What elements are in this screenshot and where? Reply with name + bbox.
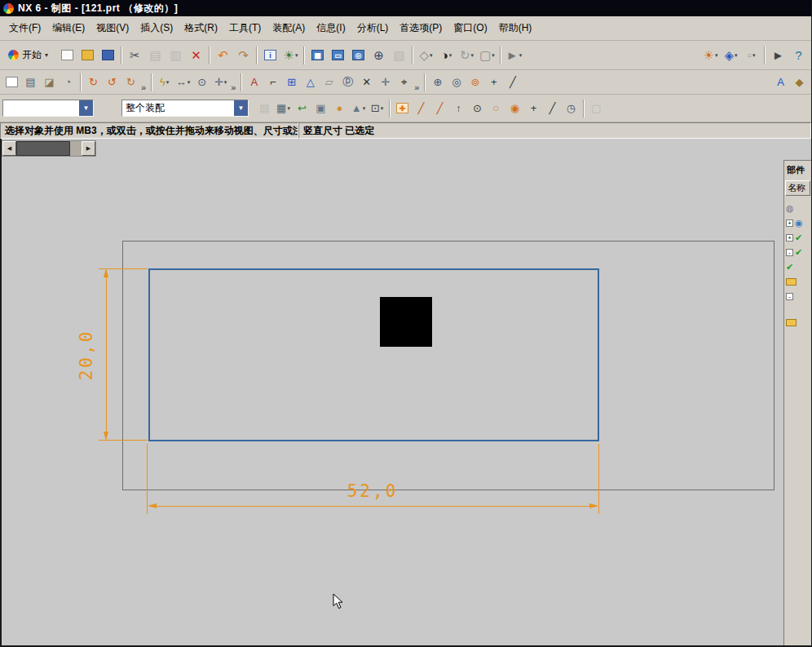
toolbar-overflow-button[interactable]: »: [140, 82, 148, 94]
ordinate-dimension-icon-dropdown[interactable]: ▾: [224, 79, 227, 86]
paste-icon[interactable]: ▥: [165, 45, 186, 65]
tree-item-view-1[interactable]: +✔: [784, 230, 811, 245]
filled-black-square[interactable]: [380, 297, 432, 347]
solid-body-icon[interactable]: ▣: [311, 99, 330, 117]
leader-icon[interactable]: ⌐: [263, 73, 282, 91]
point-on-surface-icon[interactable]: ◷: [562, 99, 580, 117]
part-outline-rectangle[interactable]: [148, 268, 599, 441]
arc-center-icon[interactable]: ○: [487, 99, 505, 117]
intersection-symbol-icon[interactable]: +: [484, 73, 503, 91]
vertical-dimension-value[interactable]: 20,0: [77, 330, 96, 381]
navigator-icon-dropdown[interactable]: ▾: [735, 52, 738, 59]
save-icon[interactable]: [98, 45, 118, 65]
delete-annotation-icon[interactable]: ✕: [357, 73, 376, 91]
cone-body-icon[interactable]: ▲▾: [349, 99, 368, 117]
rectangle-select-icon-dropdown[interactable]: ▾: [381, 105, 384, 112]
display-mode-icon[interactable]: ◑▾: [436, 45, 457, 65]
rotate-view-icon-dropdown[interactable]: ▾: [471, 52, 474, 59]
toolbar-overflow-button[interactable]: »: [230, 82, 238, 94]
hatch-icon[interactable]: ╱: [503, 73, 522, 91]
point-on-curve-icon[interactable]: ╱: [543, 99, 562, 117]
cut-icon[interactable]: ✂: [125, 45, 145, 65]
detail-magnify-icon[interactable]: ⊙: [192, 73, 211, 91]
info-window-icon[interactable]: i: [260, 45, 280, 65]
magnifier-icon[interactable]: ⊕: [368, 45, 389, 65]
center-mark-icon[interactable]: ⊕: [428, 73, 447, 91]
orient-view-icon[interactable]: ▢▾: [477, 45, 497, 65]
shaded-display-icon[interactable]: ◇▾: [416, 45, 436, 65]
find-annotation-icon[interactable]: ⓟ: [338, 73, 357, 91]
sphere-body-icon[interactable]: ●: [330, 99, 349, 117]
tree-column-header-name[interactable]: 名称: [785, 180, 810, 196]
datum-feature-icon[interactable]: △: [301, 73, 320, 91]
dimension-icon[interactable]: ↔▾: [174, 73, 192, 91]
note-text-icon[interactable]: A: [245, 73, 263, 91]
projected-view-icon[interactable]: ◪: [40, 73, 59, 91]
menu-file[interactable]: 文件(F): [3, 18, 46, 38]
fit-view-icon[interactable]: ▦: [307, 45, 328, 65]
start-button[interactable]: 开始 ▾: [2, 46, 54, 64]
quadrant-point-icon[interactable]: ◉: [505, 99, 524, 117]
rapid-dimension-icon-dropdown[interactable]: ▾: [166, 79, 170, 86]
tree-item-view-2[interactable]: -✔: [784, 245, 811, 259]
menu-tools[interactable]: 工具(T): [223, 18, 267, 38]
selection-scope-combo[interactable]: 整个装配 ▼: [121, 100, 249, 117]
new-sheet-icon[interactable]: [2, 73, 21, 91]
rectangle-select-icon[interactable]: ⊡▾: [368, 99, 386, 117]
menu-insert[interactable]: 插入(S): [135, 18, 179, 38]
zoom-in-out-icon[interactable]: ◎: [348, 45, 368, 65]
tab-part-navigator[interactable]: 部件: [784, 161, 811, 179]
scroll-right-button[interactable]: ▶: [82, 141, 95, 156]
pointer-tool-icon[interactable]: ►: [768, 45, 788, 65]
intersection-point-icon[interactable]: ⊙: [468, 99, 487, 117]
horizontal-dimension-value[interactable]: 52,0: [347, 481, 399, 501]
visualization-icon-dropdown[interactable]: ▾: [295, 52, 298, 59]
plane-icon[interactable]: ▱: [320, 73, 338, 91]
context-help-icon[interactable]: ?: [788, 45, 809, 65]
tree-item-assembly-node[interactable]: +◉: [784, 215, 811, 230]
update-views-icon[interactable]: ↻: [84, 73, 103, 91]
target-point-icon[interactable]: ⌖: [395, 73, 413, 91]
orient-view-icon-dropdown[interactable]: ▾: [492, 52, 495, 59]
rapid-dimension-icon[interactable]: ϟ▾: [155, 73, 174, 91]
ordinate-dimension-icon[interactable]: ✛▾: [211, 73, 230, 91]
mid-point-icon[interactable]: ╱: [430, 99, 449, 117]
type-filter-icon[interactable]: ▤: [255, 99, 274, 117]
offset-center-point-icon[interactable]: ⊚: [466, 73, 484, 91]
toolbar-overflow-button[interactable]: »: [413, 82, 421, 94]
snap-settings-icon[interactable]: ▦▾: [274, 99, 293, 117]
image-display-icon[interactable]: ▧: [389, 45, 409, 65]
dimension-icon-dropdown[interactable]: ▾: [188, 79, 191, 86]
menu-preferences[interactable]: 首选项(P): [394, 18, 448, 38]
display-mode-icon-dropdown[interactable]: ▾: [449, 52, 452, 59]
base-view-icon[interactable]: ▤: [21, 73, 40, 91]
navigator-icon[interactable]: ◈▾: [721, 45, 741, 65]
existing-point-icon[interactable]: +: [524, 99, 543, 117]
previous-view-icon[interactable]: ↩: [293, 99, 311, 117]
rotate-ccw-icon[interactable]: ↺: [103, 73, 121, 91]
drawing-canvas[interactable]: ◀ ▶ 20,0 52,0 部件 名称 ◍: [0, 139, 811, 647]
selection-filter-icon-dropdown[interactable]: ▾: [519, 52, 523, 59]
visualization-icon[interactable]: ☀▾: [280, 45, 301, 65]
bolt-circle-icon[interactable]: ◎: [447, 73, 466, 91]
tree-item-view-1-expander[interactable]: +: [786, 234, 793, 242]
view-filter-combo[interactable]: ▼: [2, 100, 94, 117]
shaded-display-icon-dropdown[interactable]: ▾: [430, 52, 433, 59]
extras-icon-dropdown[interactable]: ▾: [752, 52, 756, 59]
view-filter-combo-dropdown[interactable]: ▼: [79, 100, 93, 116]
rotate-cw-icon[interactable]: ↻: [121, 73, 140, 91]
tree-item-assembly-node-expander[interactable]: +: [786, 219, 793, 227]
tree-item-view-3[interactable]: ✔: [784, 259, 811, 274]
centerline-icon[interactable]: ✛: [376, 73, 395, 91]
tree-item-node[interactable]: -: [784, 289, 811, 304]
menu-view[interactable]: 视图(V): [90, 18, 135, 38]
inferred-point-icon[interactable]: ▢: [587, 99, 606, 117]
menu-assemblies[interactable]: 装配(A): [267, 18, 311, 38]
tree-item-folder-1[interactable]: [784, 274, 811, 289]
delete-icon[interactable]: ✕: [186, 45, 206, 65]
menu-information[interactable]: 信息(I): [311, 18, 351, 38]
hdim-dimension-line[interactable]: [149, 506, 597, 507]
tree-item-drawing-sheet[interactable]: ◍: [784, 201, 811, 215]
control-point-icon[interactable]: ↑: [449, 99, 468, 117]
zoom-window-icon[interactable]: ▭: [328, 45, 348, 65]
